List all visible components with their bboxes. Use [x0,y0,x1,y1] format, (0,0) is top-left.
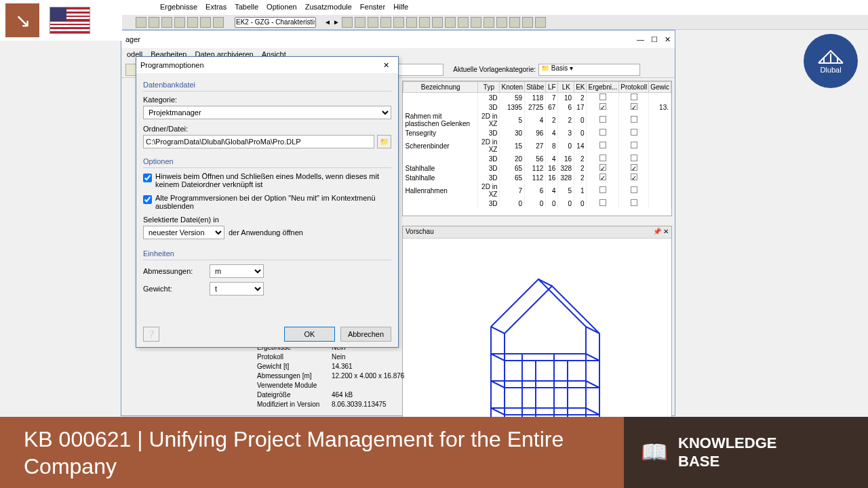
menu-item[interactable]: Hilfe [393,3,408,15]
table-row[interactable]: Stahlhalle3D65112163282✓✓ [403,163,671,173]
kategorie-label: Kategorie: [143,96,391,104]
table-row[interactable]: 3D00000 [403,199,671,208]
detail-row: Gewicht [t]14.361 [257,363,406,372]
section-options: Optionen [143,154,391,168]
ok-button[interactable]: OK [284,327,335,342]
toolbar-icon[interactable] [496,17,507,28]
toolbar-icon[interactable] [445,17,456,28]
detail-row: Dateigröße464 kB [257,391,406,401]
main-menubar: ErgebnisseExtrasTabelleOptionenZusatzmod… [0,0,868,15]
toolbar-icon[interactable] [174,17,185,28]
vorlage-select[interactable]: 📁 Basis ▾ [538,64,640,76]
svg-line-1 [538,279,552,286]
toolbar-icon[interactable] [522,17,533,28]
vorlage-label: Aktuelle Vorlagenkategorie: [453,66,536,73]
table-row[interactable]: 3D20564162 [403,154,671,163]
ordner-input[interactable] [143,135,374,148]
toolbar-icon[interactable] [149,17,159,28]
toolbar-icon[interactable] [471,17,481,28]
pin-icon[interactable]: 📌 [653,228,661,235]
toolbar-icon[interactable] [187,17,198,28]
menu-item[interactable]: Zusatzmodule [305,3,352,15]
toolbar-icon[interactable] [355,17,366,28]
menu-item[interactable]: Optionen [267,3,297,15]
table-row[interactable]: Hallenrahmen2D in XZ76451 [403,182,671,199]
svg-line-14 [491,354,505,361]
toolbar-icon[interactable] [535,17,546,28]
toolbar-icon[interactable] [368,17,378,28]
version-select[interactable]: neuester Version [143,226,224,239]
check-alte-label: Alte Programmversionen bei der Option "N… [155,194,391,210]
toolbar-icon[interactable] [161,17,172,28]
toolbar-icon[interactable] [432,17,443,28]
close-icon[interactable]: ✕ [663,228,669,235]
pm-title-text: ager [125,35,140,43]
maximize-icon[interactable]: ☐ [651,35,658,44]
help-button[interactable]: ❔ [143,327,159,342]
nav-prev-icon[interactable]: ◄ [324,18,331,26]
toolbar-icon[interactable] [200,17,211,28]
book-icon: 📖 [641,439,668,465]
svg-line-17 [586,381,599,388]
minimize-icon[interactable]: — [637,35,644,44]
toolbar-icon[interactable] [484,17,494,28]
toolbar-icon[interactable] [213,17,224,28]
menu-item[interactable]: Extras [205,3,226,15]
table-row[interactable]: Stahlhalle3D65112163282✓✓ [403,173,671,182]
project-table[interactable]: BezeichnungTypKnotenStäbeLFLKEKErgebni..… [402,81,672,216]
svg-line-2 [586,327,599,333]
table-row[interactable]: Rahmen mit plastischen Gelenken2D in XZ5… [403,112,671,128]
check-alte-versionen[interactable] [143,195,152,204]
sel-label: Selektierte Datei(en) in [143,216,391,224]
toolbar-icon[interactable] [136,17,146,28]
svg-line-19 [586,408,599,415]
gewicht-select[interactable]: t [210,282,264,296]
detail-row: Modifiziert in Version8.06.3039.113475 [257,401,406,410]
menu-item[interactable]: Fenster [360,3,385,15]
toolbar-icon[interactable] [458,17,469,28]
kb-title: KB 000621 | Unifying Project Management … [24,426,624,480]
ordner-label: Ordner/Datei: [143,125,391,133]
abmess-select[interactable]: m [210,264,264,278]
section-database: Datenbankdatei [143,77,391,92]
svg-line-0 [491,327,505,333]
toolbar-icon[interactable] [342,17,353,28]
svg-line-16 [491,381,505,388]
gewicht-label: Gewicht: [143,285,204,293]
kb-label: KNOWLEDGEBASE [678,434,776,470]
corner-arrow-icon: ↘ [5,3,39,37]
main-toolbar: ◄ ► [0,15,868,30]
model-3d-preview[interactable] [403,239,671,441]
abmess-label: Abmessungen: [143,267,204,275]
table-row[interactable]: 3D1395272567617✓✓13. [403,102,671,112]
toolbar-icon[interactable] [393,17,404,28]
pm-titlebar: ager — ☐ ✕ [121,30,675,48]
menu-item[interactable]: Ergebnisse [160,3,197,15]
cancel-button[interactable]: Abbrechen [340,327,391,342]
table-row[interactable]: Scherenbinder2D in XZ15278014 [403,138,671,154]
toolbar-icon[interactable] [406,17,417,28]
check-hinweis[interactable] [143,174,152,182]
nav-next-icon[interactable]: ► [333,18,340,26]
close-icon[interactable]: ✕ [378,61,394,70]
preview-panel: Vorschau 📌 ✕ [402,226,672,441]
detail-row: Verwendete Module [257,382,406,391]
doc-title-field[interactable] [235,17,316,28]
close-icon[interactable]: ✕ [665,35,671,44]
kategorie-select[interactable]: Projektmanager [143,106,391,119]
browse-icon[interactable]: 📁 [377,135,391,148]
table-row[interactable]: 3D591187102 [403,93,671,103]
toolbar-icon[interactable] [509,17,520,28]
dialog-titlebar[interactable]: Programmoptionen ✕ [136,57,398,73]
toolbar-icon[interactable] [419,17,430,28]
svg-line-15 [586,354,599,361]
menu-item[interactable]: Tabelle [235,3,258,15]
table-row[interactable]: Tensegrity3D3096430 [403,128,671,138]
video-overlay-topbar: ↘ [0,0,122,41]
dlubal-logo: Dlubal [804,34,858,88]
section-units: Einheiten [143,246,391,260]
program-options-dialog: Programmoptionen ✕ Datenbankdatei Katego… [136,56,399,348]
detail-row: Abmessungen [m]12.200 x 4.000 x 16.876 [257,372,406,382]
toolbar-icon[interactable] [380,17,391,28]
dialog-title: Programmoptionen [140,61,204,69]
